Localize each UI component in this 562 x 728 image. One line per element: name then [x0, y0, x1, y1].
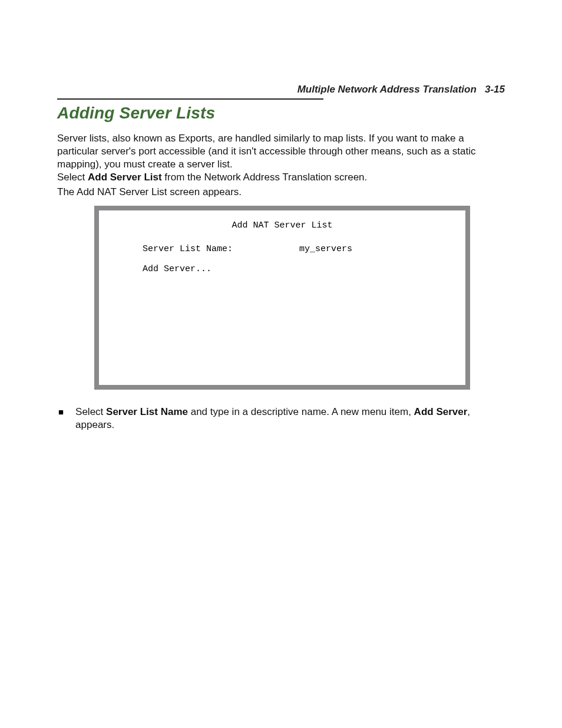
running-header-title: Multiple Network Address Translation: [297, 84, 477, 95]
document-page: Multiple Network Address Translation 3-1…: [0, 0, 562, 728]
para2-bold: Add Server List: [88, 172, 162, 183]
terminal-title: Add NAT Server List: [99, 221, 465, 231]
page-number: 3-15: [485, 84, 505, 95]
para2-post: from the Network Address Translation scr…: [162, 172, 368, 183]
bullet-marker-icon: ■: [58, 406, 64, 419]
server-list-name-value: my_servers: [299, 245, 352, 255]
bullet-item: ■ Select Server List Name and type in a …: [57, 406, 505, 431]
bullet-text: Select Server List Name and type in a de…: [75, 406, 505, 431]
bullet-bold2: Add Server: [414, 406, 468, 417]
paragraph-select: Select Add Server List from the Network …: [57, 171, 505, 184]
bullet-mid: and type in a descriptive name. A new me…: [188, 406, 414, 417]
para2-pre: Select: [57, 172, 88, 183]
add-server-menu-item: Add Server...: [143, 265, 211, 275]
heading-rule: [57, 98, 323, 100]
bullet-pre: Select: [75, 406, 106, 417]
running-header-sep: [477, 84, 485, 95]
terminal-screenshot: Add NAT Server List Server List Name: my…: [94, 206, 470, 390]
paragraph-appears: The Add NAT Server List screen appears.: [57, 186, 505, 199]
server-list-name-label: Server List Name:: [143, 245, 233, 255]
paragraph-intro: Server lists, also known as Exports, are…: [57, 132, 505, 170]
running-header: Multiple Network Address Translation 3-1…: [286, 72, 505, 107]
terminal-inner: Add NAT Server List Server List Name: my…: [99, 210, 465, 385]
bullet-bold1: Server List Name: [106, 406, 188, 417]
section-heading: Adding Server Lists: [57, 104, 215, 123]
